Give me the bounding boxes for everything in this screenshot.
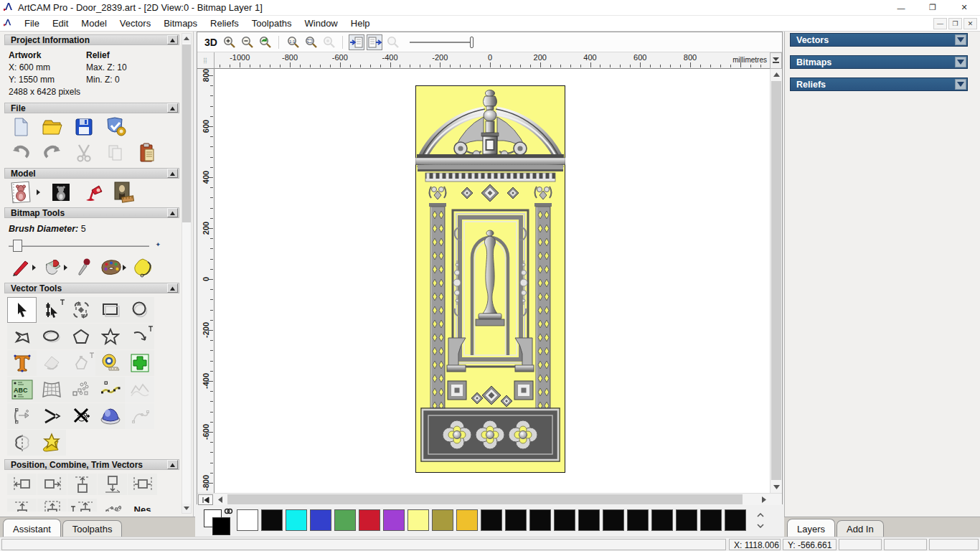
- flyout-arrow-icon[interactable]: [36, 187, 40, 197]
- wrap-vectors-button[interactable]: [37, 430, 66, 456]
- colour-indicator[interactable]: [202, 508, 235, 537]
- palette-swatch-7[interactable]: [407, 509, 429, 531]
- zoom-1to1-button[interactable]: 1:1: [285, 34, 301, 50]
- interactive-distortion-button[interactable]: [95, 403, 125, 429]
- link-colours-icon[interactable]: [224, 507, 233, 517]
- create-polygon-button[interactable]: [66, 324, 95, 349]
- join-vectors-button[interactable]: [37, 403, 66, 429]
- zoom-object-button[interactable]: [321, 34, 336, 50]
- block-paste-button[interactable]: [98, 499, 127, 512]
- flood-fill-icon[interactable]: [42, 257, 63, 278]
- restore-button[interactable]: ❐: [917, 0, 948, 16]
- greyscale-from-relief-icon[interactable]: [50, 182, 72, 203]
- vertical-scrollbar[interactable]: [770, 69, 782, 493]
- palette-swatch-13[interactable]: [554, 509, 575, 531]
- palette-swatch-5[interactable]: [359, 509, 380, 531]
- brush-diameter-slider[interactable]: ✦: [9, 240, 161, 253]
- close-button[interactable]: ✕: [948, 0, 980, 16]
- assistant-scrollbar[interactable]: [182, 33, 192, 514]
- copy-icon[interactable]: [105, 142, 126, 164]
- palette-swatch-19[interactable]: [700, 509, 722, 531]
- scroll-down-button[interactable]: [182, 504, 191, 513]
- pick-colour-icon[interactable]: [73, 257, 95, 278]
- flyout-arrow-icon[interactable]: [63, 263, 67, 273]
- contrast-slider-handle[interactable]: [470, 37, 473, 48]
- save-model-icon[interactable]: [73, 116, 95, 138]
- undo-icon[interactable]: [10, 142, 32, 164]
- set-size-from-image-icon[interactable]: [113, 182, 135, 203]
- align-left-button[interactable]: [7, 474, 37, 495]
- adjust-model-lighting-icon[interactable]: [82, 182, 103, 203]
- toggle-bitmap-view-button[interactable]: [349, 34, 364, 50]
- combine-a-button[interactable]: [7, 499, 37, 512]
- mdi-minimize-button[interactable]: —: [933, 18, 947, 29]
- menu-vectors[interactable]: Vectors: [113, 16, 157, 31]
- palette-swatch-12[interactable]: [529, 509, 551, 531]
- contrast-slider-track[interactable]: [410, 42, 471, 43]
- contrast-slider[interactable]: [410, 35, 481, 50]
- combine-c-button[interactable]: [67, 499, 97, 512]
- block-copy-rotate-button[interactable]: [66, 377, 95, 402]
- text-on-curve-button[interactable]: ABC: [7, 377, 37, 402]
- colour-palette-icon[interactable]: [100, 257, 122, 278]
- tab-assistant[interactable]: Assistant: [3, 519, 61, 537]
- collapse-button[interactable]: [167, 283, 178, 293]
- zoom-selected-button[interactable]: [385, 34, 400, 50]
- palette-swatch-20[interactable]: [725, 509, 746, 531]
- paste-icon[interactable]: [136, 142, 158, 164]
- palette-swatch-6[interactable]: [383, 509, 405, 531]
- menu-toolpaths[interactable]: Toolpaths: [245, 16, 298, 31]
- section-bitmaps[interactable]: Bitmaps: [790, 55, 968, 69]
- vector-doctor-button[interactable]: [125, 350, 154, 376]
- ruler-origin-button[interactable]: [198, 494, 213, 505]
- relief-clipart-icon[interactable]: [105, 116, 126, 138]
- redo-icon[interactable]: [42, 142, 63, 164]
- palette-swatch-18[interactable]: [676, 509, 697, 531]
- menu-bitmaps[interactable]: Bitmaps: [157, 16, 204, 31]
- scrollbar-thumb[interactable]: [182, 44, 191, 222]
- envelope-distort-button[interactable]: [37, 377, 66, 402]
- tab-toolpaths[interactable]: Toolpaths: [62, 520, 123, 537]
- select-vectors-button[interactable]: [7, 297, 37, 323]
- create-arc-button[interactable]: [125, 324, 154, 349]
- ruler-units-dropdown[interactable]: [770, 52, 782, 69]
- create-star-button[interactable]: [95, 324, 125, 349]
- to-3d-button[interactable]: 3D: [203, 34, 219, 50]
- palette-scroll-down-button[interactable]: [755, 520, 765, 531]
- scroll-up-button[interactable]: [182, 34, 191, 43]
- scroll-left-button[interactable]: [215, 494, 226, 505]
- fit-vectors-button[interactable]: [66, 350, 95, 376]
- expand-button[interactable]: [955, 79, 966, 90]
- palette-swatch-10[interactable]: [481, 509, 502, 531]
- minimize-button[interactable]: —: [885, 0, 917, 16]
- scrollbar-thumb[interactable]: [771, 81, 781, 480]
- section-reliefs[interactable]: Reliefs: [790, 77, 968, 91]
- create-ellipse-button[interactable]: [37, 324, 66, 349]
- new-model-icon[interactable]: [10, 116, 32, 138]
- menu-reliefs[interactable]: Reliefs: [204, 16, 245, 31]
- fit-spline-button[interactable]: [125, 377, 154, 402]
- expand-button[interactable]: [955, 57, 966, 67]
- menu-window[interactable]: Window: [298, 16, 344, 31]
- menu-model[interactable]: Model: [75, 16, 113, 31]
- palette-swatch-4[interactable]: [334, 509, 356, 531]
- align-bottom-button[interactable]: [98, 474, 127, 495]
- menu-edit[interactable]: Edit: [46, 16, 75, 31]
- create-text-button[interactable]: [7, 350, 37, 376]
- palette-swatch-1[interactable]: [261, 509, 283, 531]
- mdi-restore-button[interactable]: ❐: [948, 18, 962, 29]
- create-circle-button[interactable]: [125, 297, 154, 323]
- trim-vectors-button[interactable]: [66, 403, 95, 429]
- tab-layers[interactable]: Layers: [787, 519, 835, 537]
- palette-scroll-up-button[interactable]: [755, 509, 765, 520]
- align-centre-button[interactable]: [128, 474, 157, 495]
- section-vectors[interactable]: Vectors: [790, 33, 968, 47]
- mirror-vectors-button[interactable]: [7, 430, 37, 456]
- nesting-button[interactable]: Nes: [128, 499, 157, 512]
- flyout-arrow-icon[interactable]: [122, 263, 126, 273]
- zoom-in-button[interactable]: [221, 34, 237, 50]
- arc-through-points-button[interactable]: [7, 403, 37, 429]
- zoom-box-button[interactable]: [303, 34, 319, 50]
- tab-add-in[interactable]: Add In: [837, 520, 884, 537]
- transform-vectors-button[interactable]: [66, 297, 95, 323]
